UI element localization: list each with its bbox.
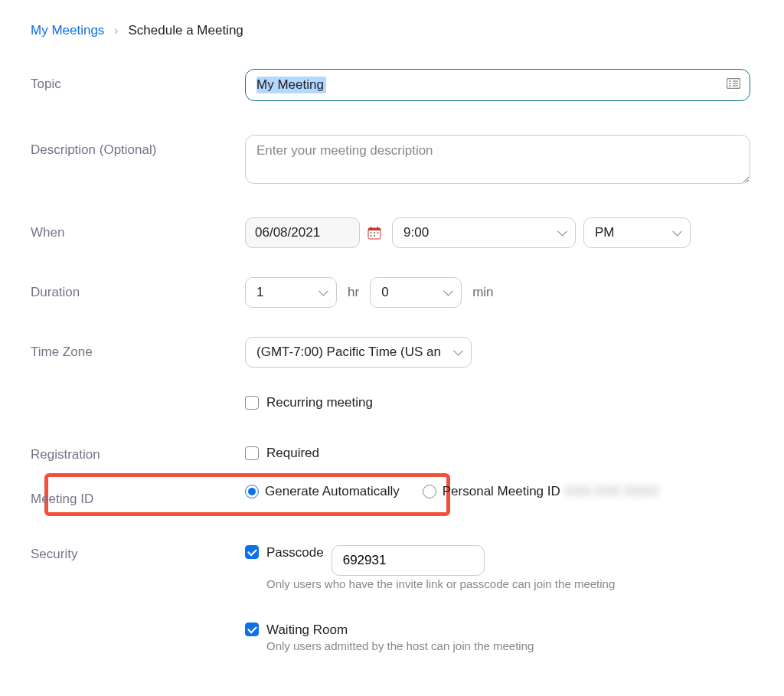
label-description: Description (Optional) bbox=[31, 135, 245, 158]
waiting-room-hint: Only users admitted by the host can join… bbox=[245, 639, 637, 652]
svg-rect-8 bbox=[368, 228, 381, 230]
passcode-label: Passcode bbox=[266, 545, 324, 560]
chevron-right-icon: › bbox=[114, 23, 119, 38]
label-security: Security bbox=[31, 539, 245, 562]
registration-required-checkbox[interactable] bbox=[245, 446, 259, 460]
time-select[interactable]: 9:00 bbox=[392, 217, 576, 248]
ampm-select[interactable]: PM bbox=[583, 217, 691, 248]
passcode-hint: Only users who have the invite link or p… bbox=[245, 577, 753, 590]
row-recurring: Recurring meeting bbox=[31, 389, 753, 423]
row-timezone: Time Zone (GMT-7:00) Pacific Time (US an… bbox=[31, 337, 753, 371]
label-when: When bbox=[31, 217, 245, 240]
svg-rect-13 bbox=[377, 232, 379, 234]
passcode-checkbox[interactable] bbox=[245, 545, 259, 559]
label-duration: Duration bbox=[31, 277, 245, 300]
hr-label: hr bbox=[348, 285, 359, 300]
waiting-room-checkbox[interactable] bbox=[245, 622, 259, 636]
row-description: Description (Optional) bbox=[31, 135, 753, 207]
label-meeting-id: Meeting ID bbox=[31, 484, 245, 507]
breadcrumb-current: Schedule a Meeting bbox=[129, 23, 243, 38]
row-security: Security Passcode Only users who have th… bbox=[31, 539, 753, 658]
svg-rect-14 bbox=[371, 235, 372, 237]
row-topic: Topic My Meeting bbox=[31, 69, 753, 124]
passcode-input[interactable] bbox=[332, 545, 485, 576]
meeting-id-auto-label: Generate Automatically bbox=[265, 484, 400, 499]
breadcrumb-my-meetings[interactable]: My Meetings bbox=[31, 23, 104, 38]
meeting-id-personal-radio[interactable] bbox=[423, 485, 436, 498]
description-textarea[interactable] bbox=[245, 135, 750, 184]
label-registration: Registration bbox=[31, 439, 245, 462]
label-topic: Topic bbox=[31, 69, 245, 92]
meeting-id-personal-label: Personal Meeting ID bbox=[443, 484, 560, 499]
waiting-room-label: Waiting Room bbox=[266, 622, 348, 638]
row-meeting-id: Meeting ID Generate Automatically Person… bbox=[31, 484, 753, 518]
template-icon[interactable] bbox=[727, 77, 740, 93]
meeting-id-auto-radio[interactable] bbox=[245, 485, 259, 498]
date-input[interactable] bbox=[245, 217, 360, 248]
svg-rect-10 bbox=[377, 227, 379, 229]
topic-value: My Meeting bbox=[256, 77, 324, 92]
duration-minutes-select[interactable]: 0 bbox=[370, 277, 462, 308]
duration-hours-select[interactable]: 1 bbox=[245, 277, 337, 308]
svg-rect-9 bbox=[371, 227, 372, 229]
topic-input[interactable]: My Meeting bbox=[245, 69, 750, 101]
svg-rect-11 bbox=[371, 232, 372, 234]
row-registration: Registration Required bbox=[31, 439, 753, 473]
calendar-icon[interactable] bbox=[368, 226, 381, 240]
recurring-label: Recurring meeting bbox=[266, 395, 373, 410]
row-duration: Duration 1 hr 0 min bbox=[31, 277, 753, 311]
timezone-select[interactable]: (GMT-7:00) Pacific Time (US and Canada) bbox=[245, 337, 472, 368]
svg-rect-15 bbox=[374, 235, 375, 237]
recurring-checkbox[interactable] bbox=[245, 396, 259, 410]
svg-rect-12 bbox=[374, 232, 375, 234]
min-label: min bbox=[472, 285, 493, 300]
personal-meeting-id-value: XXX XXX XXXX bbox=[565, 484, 659, 499]
label-timezone: Time Zone bbox=[31, 337, 245, 360]
breadcrumb: My Meetings › Schedule a Meeting bbox=[31, 23, 753, 38]
registration-required-label: Required bbox=[266, 446, 319, 461]
row-when: When 9:00 PM bbox=[31, 217, 753, 251]
